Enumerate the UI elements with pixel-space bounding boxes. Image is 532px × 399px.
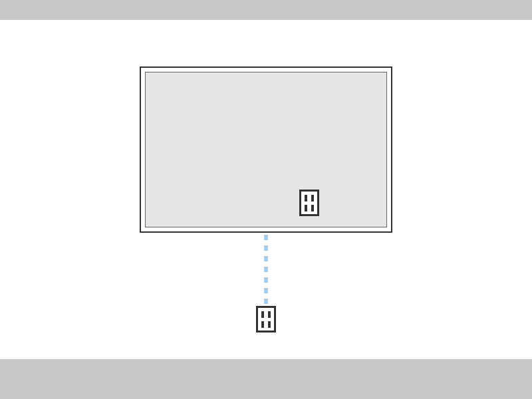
outlet-behind-tv (299, 190, 319, 216)
tv-screen (145, 72, 387, 227)
outlet-wall-low (256, 306, 276, 332)
